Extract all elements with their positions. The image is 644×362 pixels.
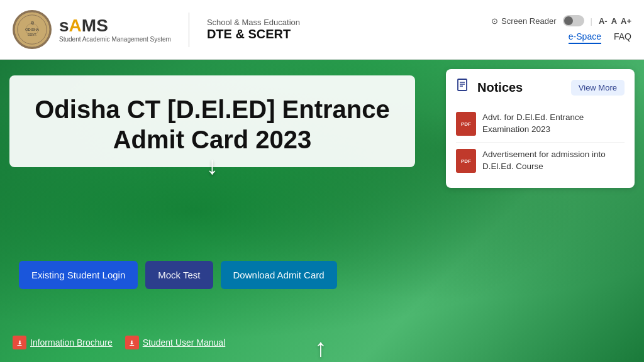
notices-panel: Notices View More Advt. for D.El.Ed. Ent…: [446, 69, 635, 188]
student-user-manual-link[interactable]: ⬇ Student User Manual: [125, 336, 226, 349]
svg-rect-6: [458, 79, 467, 90]
main-title: Odisha CT [D.El.ED] Entrance Admit Card …: [31, 94, 393, 155]
font-controls: A- A A+: [599, 16, 631, 26]
screen-reader-control: ⊙ Screen Reader: [491, 16, 556, 26]
brochure-pdf-icon: ⬇: [13, 336, 26, 349]
arrow-up-icon: ↑: [314, 334, 327, 362]
header-divider-v: |: [591, 16, 592, 26]
notices-header: Notices View More: [456, 78, 625, 97]
existing-student-login-button[interactable]: Existing Student Login: [19, 261, 138, 289]
mock-test-button[interactable]: Mock Test: [145, 261, 213, 289]
title-line1: Odisha CT [D.El.ED] Entrance: [35, 96, 390, 123]
title-line2: Admit Card 2023: [113, 126, 312, 153]
notice-pdf-icon-2: [456, 149, 476, 173]
sams-logo: ସ ODISHA GOVT.: [13, 10, 52, 49]
header-top-row: ⊙ Screen Reader | A- A A+: [491, 15, 631, 26]
download-admit-card-button[interactable]: Download Admit Card: [221, 261, 337, 289]
org-name-top: School & Mass Education: [207, 18, 300, 27]
header-right: ⊙ Screen Reader | A- A A+ e-Space FAQ: [491, 15, 631, 44]
header-nav: e-Space FAQ: [569, 31, 631, 44]
font-increase-button[interactable]: A+: [621, 16, 631, 26]
manual-link-text: Student User Manual: [143, 337, 226, 348]
screen-reader-toggle[interactable]: [563, 15, 584, 26]
sams-brand: sAMS: [59, 17, 171, 35]
nav-faq[interactable]: FAQ: [614, 31, 631, 44]
header-left: ସ ODISHA GOVT. sAMS Student Academic Man…: [13, 10, 300, 49]
sams-subtitle: Student Academic Management System: [59, 36, 171, 43]
bottom-links: ⬇ Information Brochure ⬇ Student User Ma…: [13, 336, 225, 349]
information-brochure-link[interactable]: ⬇ Information Brochure: [13, 336, 113, 349]
notices-title: Notices: [477, 80, 523, 95]
manual-pdf-icon: ⬇: [125, 336, 139, 349]
header-divider: [189, 13, 189, 47]
font-normal-button[interactable]: A: [611, 16, 617, 26]
notice-pdf-icon-1: [456, 112, 476, 136]
org-name-bottom: DTE & SCERT: [207, 27, 300, 41]
notice-item-1[interactable]: Advt. for D.El.Ed. Entrance Examination …: [456, 106, 625, 143]
header: ସ ODISHA GOVT. sAMS Student Academic Man…: [0, 0, 644, 60]
notice-text-2: Advertisement for admission into D.El.Ed…: [482, 149, 625, 173]
svg-text:ସ: ସ: [31, 21, 34, 25]
screen-reader-icon: ⊙: [491, 16, 498, 26]
svg-text:ODISHA: ODISHA: [25, 28, 39, 31]
nav-espace[interactable]: e-Space: [569, 31, 601, 44]
font-decrease-button[interactable]: A-: [599, 16, 608, 26]
view-more-button[interactable]: View More: [571, 80, 625, 96]
content-box: Odisha CT [D.El.ED] Entrance Admit Card …: [9, 75, 415, 167]
main-area: Odisha CT [D.El.ED] Entrance Admit Card …: [0, 60, 644, 362]
brochure-link-text: Information Brochure: [30, 337, 113, 348]
notice-item-2[interactable]: Advertisement for admission into D.El.Ed…: [456, 143, 625, 179]
action-buttons: Existing Student Login Mock Test Downloa…: [19, 261, 337, 289]
notices-icon: [456, 78, 471, 97]
arrow-down-icon: ↓: [206, 151, 219, 180]
header-org: School & Mass Education DTE & SCERT: [207, 18, 300, 41]
notice-text-1: Advt. for D.El.Ed. Entrance Examination …: [482, 112, 625, 136]
screen-reader-label: Screen Reader: [501, 16, 556, 26]
